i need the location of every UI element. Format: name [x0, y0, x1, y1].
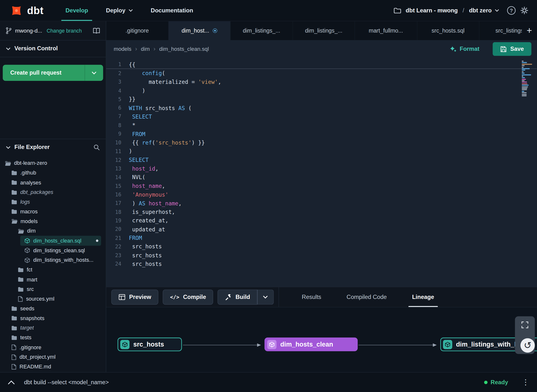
undo-icon: ↺ — [524, 340, 531, 351]
code-line-22[interactable]: 22 src_hosts — [106, 242, 537, 251]
code-text: }} — [128, 96, 135, 103]
tree-item-mart[interactable]: mart — [0, 275, 106, 284]
tree-item-sources.yml[interactable]: sources.yml — [0, 294, 106, 304]
preview-button[interactable]: Preview — [111, 289, 158, 305]
tree-item-.github[interactable]: .github — [0, 168, 106, 178]
code-line-16[interactable]: 16 'Anonymous' — [106, 190, 537, 199]
create-pull-request-label[interactable]: Create pull request — [3, 65, 85, 81]
minimap[interactable] — [522, 61, 533, 97]
editor-tab-dim_host...[interactable]: dim_host... — [168, 21, 231, 40]
code-line-20[interactable]: 20 updated_at — [106, 225, 537, 234]
minimap-line — [522, 89, 527, 90]
git-branch-icon — [6, 27, 12, 34]
save-button[interactable]: Save — [493, 42, 531, 56]
tree-item-dbt-learn-zero[interactable]: dbt-learn-zero — [0, 158, 106, 168]
create-pull-request-button[interactable]: Create pull request — [3, 65, 103, 81]
tree-item-src[interactable]: src — [0, 284, 106, 294]
code-line-8[interactable]: 8 * — [106, 121, 537, 130]
gear-icon[interactable] — [520, 6, 528, 15]
format-button[interactable]: Format — [450, 46, 479, 52]
code-line-11[interactable]: 11) — [106, 147, 537, 156]
project-selector[interactable]: dbt zero — [469, 7, 499, 14]
breadcrumb-models[interactable]: models — [114, 46, 131, 52]
tree-item-logs[interactable]: logs — [0, 197, 106, 207]
file-explorer-header[interactable]: File Explorer — [0, 139, 106, 156]
tree-item-dbt_packages[interactable]: dbt_packages — [0, 187, 106, 197]
docs-book-button[interactable] — [93, 27, 100, 34]
code-line-3[interactable]: 3 materialized = 'view', — [106, 78, 537, 86]
dbt-logo[interactable]: dbt — [0, 0, 57, 21]
line-number: 15 — [106, 183, 128, 189]
tree-item-seeds[interactable]: seeds — [0, 304, 106, 314]
tree-item-label: tests — [20, 335, 31, 341]
code-line-21[interactable]: 21FROM — [106, 234, 537, 243]
code-line-1[interactable]: 1{{ — [106, 60, 537, 69]
tree-item-.gitignore[interactable]: .gitignore — [0, 342, 106, 352]
code-line-17[interactable]: 17 ) AS host_name, — [106, 199, 537, 208]
nav-documentation[interactable]: Documentation — [142, 0, 202, 21]
minimap-line — [522, 67, 523, 68]
code-line-4[interactable]: 4 ) — [106, 86, 537, 95]
editor-tab-mart_fullmo...[interactable]: mart_fullmo... — [355, 21, 417, 40]
tree-item-README.md[interactable]: README.md — [0, 362, 106, 372]
tree-item-dbt_project.yml[interactable]: dbt_project.yml — [0, 352, 106, 362]
editor-tab-src_hosts.sql[interactable]: src_hosts.sql — [417, 21, 479, 40]
tree-item-analyses[interactable]: analyses — [0, 178, 106, 187]
lineage-node-src-hosts[interactable]: src_hosts — [118, 338, 182, 351]
lineage-node-dim-hosts-clean[interactable]: dim_hosts_clean — [265, 338, 358, 351]
code-line-19[interactable]: 19 created_at, — [106, 216, 537, 225]
tree-item-target[interactable]: target — [0, 323, 106, 333]
editor-tab-dim_listings_...[interactable]: dim_listings_... — [231, 21, 293, 40]
code-line-23[interactable]: 23 src_hosts — [106, 251, 537, 260]
build-button[interactable]: Build — [218, 289, 257, 305]
code-line-13[interactable]: 13 host_id, — [106, 164, 537, 173]
help-icon[interactable]: ? — [507, 6, 516, 15]
code-line-10[interactable]: 10 {{ ref('src_hosts') }} — [106, 138, 537, 147]
editor-tab-dim_listings_...[interactable]: dim_listings_... — [293, 21, 355, 40]
code-line-12[interactable]: 12SELECT — [106, 156, 537, 165]
compile-button[interactable]: </> Compile — [163, 289, 213, 305]
code-line-5[interactable]: 5}} — [106, 95, 537, 104]
fullscreen-button[interactable] — [521, 321, 529, 329]
expand-command-bar-button[interactable] — [8, 380, 15, 385]
code-line-24[interactable]: 24 src_hosts — [106, 260, 537, 269]
code-line-2[interactable]: 2 config( — [106, 69, 537, 78]
command-input[interactable]: dbt build --select <model_name> — [24, 379, 109, 386]
kebab-menu-icon[interactable]: ⋮ — [522, 378, 529, 387]
tree-item-dim_listings_clean.sql[interactable]: dim_listings_clean.sql — [0, 246, 106, 255]
version-control-header[interactable]: Version Control — [0, 40, 106, 57]
reset-view-button[interactable]: ↺ — [520, 338, 535, 353]
tab-compiled-code[interactable]: Compiled Code — [334, 287, 399, 307]
tree-item-dim_listings_with_hosts...[interactable]: dim_listings_with_hosts... — [0, 255, 106, 265]
tab-results[interactable]: Results — [289, 287, 334, 307]
tree-item-macros[interactable]: macros — [0, 207, 106, 217]
tree-item-inner: src — [18, 284, 102, 294]
code-text: src_hosts — [128, 252, 162, 259]
tree-item-fct[interactable]: fct — [0, 265, 106, 275]
code-line-18[interactable]: 18 is_superhost, — [106, 208, 537, 217]
code-line-14[interactable]: 14 NVL( — [106, 173, 537, 182]
tree-item-snapshots[interactable]: snapshots — [0, 314, 106, 323]
code-line-7[interactable]: 7 SELECT — [106, 112, 537, 121]
tree-item-models[interactable]: models — [0, 217, 106, 226]
file-search-button[interactable] — [93, 144, 100, 151]
code-line-9[interactable]: 9 FROM — [106, 130, 537, 139]
tree-item-tests[interactable]: tests — [0, 333, 106, 343]
nav-deploy[interactable]: Deploy — [97, 0, 142, 21]
breadcrumb-dim[interactable]: dim — [141, 46, 150, 52]
format-label: Format — [460, 46, 479, 52]
nav-develop[interactable]: Develop — [57, 0, 97, 21]
code-line-6[interactable]: 6WITH src_hosts AS ( — [106, 104, 537, 113]
new-tab-button[interactable]: + — [522, 21, 537, 40]
code-line-15[interactable]: 15 host_name, — [106, 182, 537, 191]
tree-item-dim_hosts_clean.sql[interactable]: dim_hosts_clean.sql — [0, 236, 106, 246]
pull-request-dropdown-button[interactable] — [85, 65, 103, 81]
preview-label: Preview — [129, 294, 151, 300]
tree-item-dim[interactable]: dim — [0, 226, 106, 236]
editor-tab-.gitignore[interactable]: .gitignore — [106, 21, 168, 40]
build-dropdown-button[interactable] — [257, 289, 274, 305]
change-branch-link[interactable]: Change branch — [47, 28, 82, 34]
tab-lineage[interactable]: Lineage — [399, 287, 447, 307]
code-editor[interactable]: 1{{2 config(3 materialized = 'view',4 )5… — [106, 58, 537, 287]
minimap-line — [522, 77, 525, 78]
